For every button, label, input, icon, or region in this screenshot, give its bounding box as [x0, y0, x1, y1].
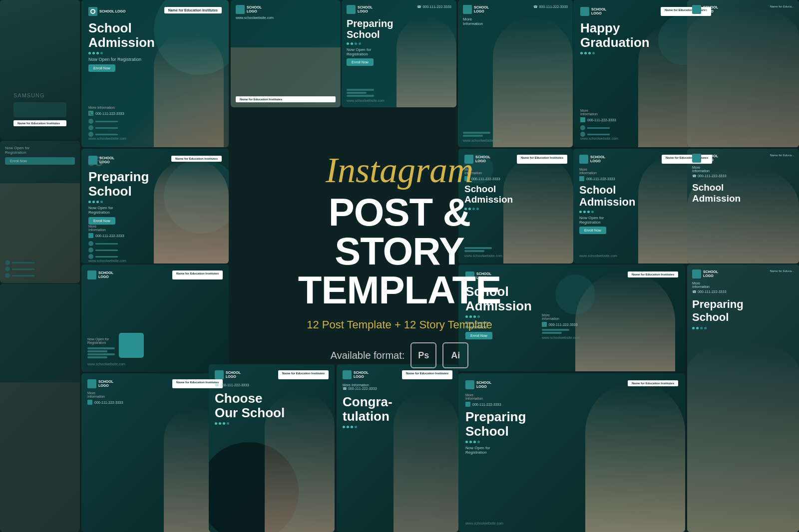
card-preparing-bot-right: SCHOOLLOGO Name for Education Institutes… [458, 373, 685, 532]
card-left-bottom [0, 283, 80, 532]
phone-row: 📞 000-111-222-3333 [88, 111, 222, 116]
card-choose-school: SCHOOLLOGO Name for Education Institutes… [209, 364, 335, 532]
card-congratulation: SCHOOLLOGO Name for Education Institutes… [337, 364, 458, 532]
social-links [88, 119, 222, 137]
card-far-right-mid: SCHOOLLOGO Name for Educa... MoreInforma… [687, 149, 799, 264]
enroll-preparing-main[interactable]: Enroll Now [88, 217, 115, 225]
name-edu-preparing-bot: Name for Education Institutes [628, 380, 678, 386]
choose-school-title: ChooseOur School [215, 391, 329, 420]
top-badge-tl: Name for Education Institutes [13, 120, 66, 126]
name-edu-badge-tc: Name for Education Institutes [236, 96, 336, 102]
format-row: Available format: Ps Ai [331, 342, 469, 368]
card-top-right-1: SCHOOLLOGO ☎ 000-111-222-3333 MoreInform… [458, 0, 573, 147]
card-dots [88, 52, 222, 54]
hero-subtitle: 12 Post Template + 12 Story Template [307, 318, 492, 331]
hero-script: Instagram [326, 151, 473, 190]
card-top-center-1: SCHOOLLOGO www.schoolwebsite.com Name fo… [231, 0, 341, 107]
more-info: More Information [88, 106, 222, 109]
now-open-text: Now Open for Registration [88, 57, 222, 62]
preparing-title-top: PreparingSchool [347, 18, 451, 40]
school-admission-far-right: SchoolAdmission [692, 182, 794, 204]
format-label: Available format: [331, 350, 405, 361]
card-preparing-main: 05 SCHOOLLOGO Name for Education Institu… [81, 149, 229, 264]
preparing-school-far-right: PreparingSchool [692, 298, 794, 324]
logo-box: SCHOOL LOGO [88, 7, 125, 16]
name-education-badge: Name for Education Institutes [164, 7, 222, 13]
website-text: www.schoolwebsite.com [88, 137, 222, 140]
enroll-btn[interactable]: Enroll Now [88, 64, 115, 72]
card-bottom-mid1: SCHOOLLOGO Name for Education Institutes… [81, 265, 229, 372]
enroll-btn-preparing[interactable]: Enroll Now [347, 58, 374, 66]
now-open-preparing: Now Open forRegistration [88, 206, 222, 215]
preparing-school-title: PreparingSchool [88, 170, 222, 198]
card-far-right-bot: SCHOOLLOGO Name for Educa... MoreInforma… [687, 265, 799, 532]
card-far-right-top: SCHOOLLOGO Name for Educa... [687, 0, 799, 147]
phone-text: 000-111-222-3333 [95, 112, 124, 115]
ai-badge: Ai [442, 342, 468, 368]
card-left-mid: Now Open forRegistration Enroll Now [0, 141, 80, 283]
preparing-school-bot: PreparingSchool [465, 410, 678, 438]
congratulation-title: Congra-tulation [343, 395, 452, 423]
samsung-text: SAMSUNG [13, 92, 66, 98]
main-container: SAMSUNG Name for Education Institutes SC… [0, 0, 799, 532]
phone-row-sm: ☎ 000-111-222-3333 [417, 5, 451, 9]
card-preparing-top: SCHOOLLOGO ☎ 000-111-222-3333 PreparingS… [342, 0, 456, 107]
now-open-bot1: Now Open forRegistration [87, 337, 115, 344]
logo-text: SCHOOL LOGO [99, 9, 125, 13]
school-admission-title: SchoolAdmission [88, 21, 222, 49]
enroll-mid[interactable]: Enroll Now [5, 157, 75, 165]
card-bottom-mid2: SCHOOLLOGO Name for Education Institutes… [81, 373, 229, 532]
card-far-left-top: SAMSUNG Name for Education Institutes [0, 0, 80, 140]
now-open-mid: Now Open forRegistration [5, 146, 75, 155]
hero-center: Instagram POST & STORY TEMPLATE 12 Post … [210, 135, 589, 384]
ps-badge: Ps [410, 342, 436, 368]
hero-main-text: POST & STORY TEMPLATE [298, 193, 501, 309]
card-school-admission-top: SCHOOL LOGO Name for Education Institute… [81, 0, 229, 147]
name-edu-bot-main: Name for Education Institutes [628, 271, 678, 277]
